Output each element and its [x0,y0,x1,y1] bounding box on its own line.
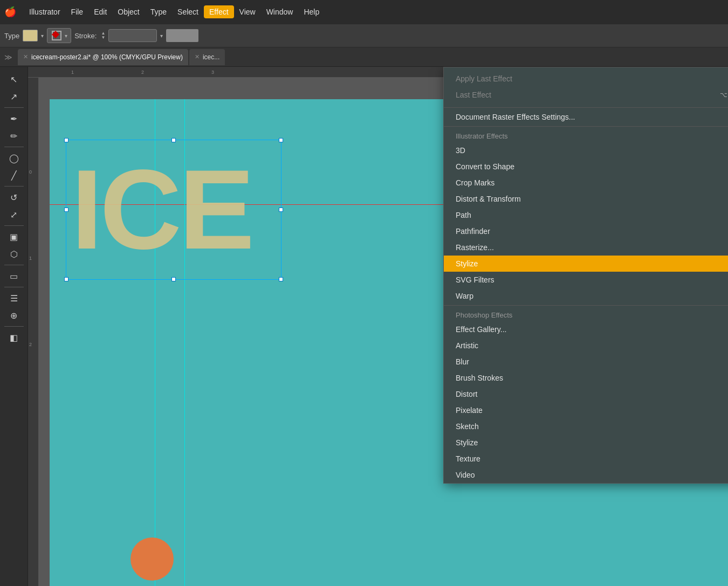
direct-selection-tool[interactable]: ↗ [4,88,24,105]
blend-tool[interactable]: ⬡ [4,246,24,262]
main-area: ↖ ↗ ✒ ✏ ◯ ╱ ↺ ⤢ ▣ ⬡ ▭ ☰ ⊕ ◧ 1 2 3 0 1 2 [0,67,728,586]
scale-tool[interactable]: ⤢ [4,206,24,223]
tabs-handle[interactable]: ≫ [4,53,12,61]
menu-help[interactable]: Help [298,5,325,18]
apple-menu[interactable]: 🍎 [4,6,16,18]
sel-handle-br[interactable] [279,277,283,281]
menu-svg-filters[interactable]: SVG Filters ▶ [444,272,728,288]
menu-stylize-ps[interactable]: Stylize ▶ [444,435,728,451]
stroke-input[interactable] [108,29,157,42]
stroke-dropdown[interactable]: ▾ [160,33,163,39]
illustrator-effects-header: Illustrator Effects [444,128,728,142]
stroke-icon-chevron[interactable]: ▾ [65,33,67,39]
menu-crop-marks[interactable]: Crop Marks [444,175,728,191]
menu-video-label: Video [456,471,475,479]
menu-edit[interactable]: Edit [88,5,112,18]
ellipse-tool[interactable]: ◯ [4,150,24,166]
fill-chevron[interactable]: ▾ [41,33,44,39]
menu-type[interactable]: Type [145,5,172,18]
menu-sketch-label: Sketch [456,422,479,431]
rotate-tool[interactable]: ↺ [4,189,24,205]
sel-handle-bl[interactable] [64,277,68,281]
stroke-label: Stroke: [74,32,97,40]
sel-handle-tr[interactable] [279,138,283,142]
stroke-spinners[interactable]: ▲ ▼ [101,31,105,40]
menu-svg-filters-label: SVG Filters [456,275,495,284]
menu-select[interactable]: Select [172,5,204,18]
gradient-tool[interactable]: ▣ [4,229,24,245]
fill-color-swatch[interactable] [23,30,38,42]
menu-object[interactable]: Object [112,5,145,18]
menu-effect[interactable]: Effect [204,5,234,18]
hand-tool[interactable]: ☰ [4,290,24,306]
menu-document-raster[interactable]: Document Raster Effects Settings... [444,109,728,125]
tool-sep-5 [4,265,24,265]
menu-blur[interactable]: Blur ▶ [444,354,728,370]
menu-view[interactable]: View [234,5,261,18]
menu-pixelate[interactable]: Pixelate ▶ [444,402,728,418]
menu-brush-strokes[interactable]: Brush Strokes ▶ [444,370,728,386]
menu-divider-1 [444,107,728,108]
zoom-tool[interactable]: ⊕ [4,307,24,323]
menu-convert-to-shape-label: Convert to Shape [456,162,514,171]
tab-close-1[interactable]: ✕ [23,53,28,60]
menu-distort-transform[interactable]: Distort & Transform ▶ [444,191,728,207]
menu-apply-last-effect[interactable]: Apply Last Effect ⇧⌘E [444,71,728,87]
tabs-bar: ≫ ✕ icecream-poster2.ai* @ 100% (CMYK/GP… [0,47,728,67]
menu-bar: 🍎 Illustrator File Edit Object Type Sele… [0,0,728,24]
menu-effect-gallery[interactable]: Effect Gallery... [444,321,728,337]
menu-sketch[interactable]: Sketch ▶ [444,418,728,435]
menu-video[interactable]: Video ▶ [444,467,728,483]
menu-pixelate-label: Pixelate [456,406,483,415]
tab-icecream-poster2[interactable]: ✕ icecream-poster2.ai* @ 100% (CMYK/GPU … [18,49,188,65]
menu-rasterize-label: Rasterize... [456,243,494,252]
sel-handle-tm[interactable] [171,138,176,142]
menu-illustrator[interactable]: Illustrator [24,5,66,18]
selection-box [66,140,281,280]
pen-tool[interactable]: ✒ [4,111,24,127]
menu-path[interactable]: Path ▶ [444,207,728,223]
fill-stroke-btn[interactable]: ◧ [4,329,24,346]
sel-handle-ml[interactable] [64,208,68,212]
menu-texture[interactable]: Texture ▶ [444,451,728,467]
menu-brush-strokes-label: Brush Strokes [456,374,503,382]
menu-divider-2 [444,126,728,127]
selection-tool[interactable]: ↖ [4,71,24,87]
menu-path-label: Path [456,211,471,219]
menu-window[interactable]: Window [261,5,299,18]
line-tool[interactable]: ╱ [4,167,24,183]
menu-warp-label: Warp [456,292,473,300]
menu-crop-marks-label: Crop Marks [456,178,495,187]
menu-artistic[interactable]: Artistic ▶ [444,337,728,354]
tab-label-2: icec... [203,53,219,61]
tool-sep-7 [4,326,24,327]
menu-artistic-label: Artistic [456,341,478,350]
menu-stylize-ps-label: Stylize [456,438,478,447]
rectangle-tool[interactable]: ▭ [4,268,24,284]
stroke-icon [51,30,63,42]
effect-dropdown-menu: Apply Last Effect ⇧⌘E Last Effect ⌥⇧⌘E D… [443,67,728,484]
menu-3d[interactable]: 3D ▶ [444,142,728,158]
toolbar: Type ▾ ▾ Stroke: ▲ ▼ ▾ [0,24,728,47]
menu-texture-label: Texture [456,454,480,463]
canvas-area[interactable]: 1 2 3 0 1 2 ICE [28,67,728,586]
tab-close-2[interactable]: ✕ [195,53,200,60]
menu-rasterize[interactable]: Rasterize... [444,239,728,256]
menu-pathfinder[interactable]: Pathfinder ▶ [444,223,728,239]
pencil-tool[interactable]: ✏ [4,128,24,144]
menu-convert-to-shape[interactable]: Convert to Shape ▶ [444,158,728,175]
sel-handle-mr[interactable] [279,208,283,212]
menu-top-section: Apply Last Effect ⇧⌘E Last Effect ⌥⇧⌘E [444,67,728,106]
document-raster-label: Document Raster Effects Settings... [456,113,575,121]
menu-file[interactable]: File [66,5,89,18]
last-effect-label: Last Effect [456,91,491,99]
sel-handle-bm[interactable] [171,277,176,281]
stroke-icon-btn[interactable]: ▾ [47,28,71,43]
menu-distort[interactable]: Distort ▶ [444,386,728,402]
menu-blur-label: Blur [456,357,469,366]
tab-icec[interactable]: ✕ icec... [189,49,225,65]
menu-stylize-illustrator[interactable]: Stylize ▶ [444,256,728,272]
sel-handle-tl[interactable] [64,138,68,142]
menu-last-effect[interactable]: Last Effect ⌥⇧⌘E [444,87,728,103]
menu-warp[interactable]: Warp ▶ [444,288,728,304]
